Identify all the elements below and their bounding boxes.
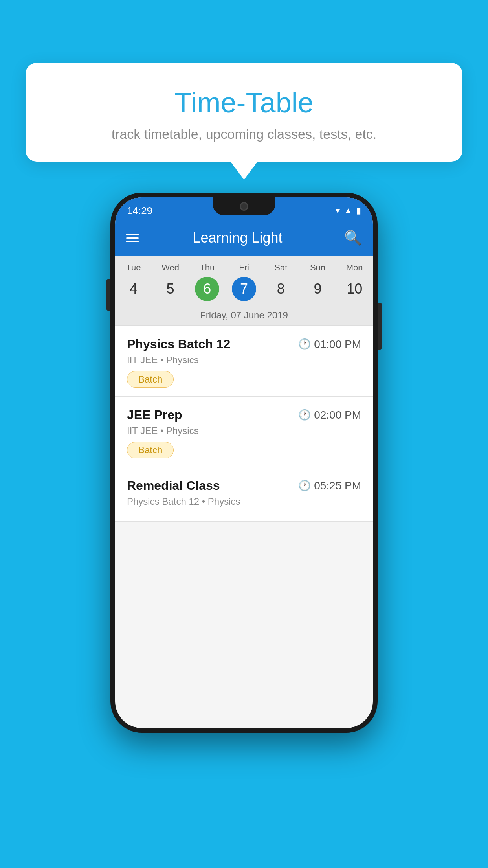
class-name: Physics Batch 12 [127,337,230,351]
battery-icon: ▮ [356,206,361,216]
day-name: Fri [239,263,249,273]
class-item[interactable]: JEE Prep 🕐 02:00 PM IIT JEE • Physics Ba… [115,397,373,467]
class-meta: Physics Batch 12 • Physics [127,496,361,507]
class-time: 🕐 05:25 PM [298,480,361,492]
calendar-day-col[interactable]: Sun9 [299,263,336,301]
day-number[interactable]: 7 [232,277,256,301]
calendar-day-col[interactable]: Fri7 [226,263,262,301]
class-item-header: Remedial Class 🕐 05:25 PM [127,478,361,493]
day-name: Thu [200,263,215,273]
day-number[interactable]: 6 [195,277,219,301]
clock-icon: 🕐 [298,480,311,492]
class-item-header: JEE Prep 🕐 02:00 PM [127,408,361,422]
calendar-day-col[interactable]: Mon10 [336,263,373,301]
calendar-day-col[interactable]: Wed5 [152,263,189,301]
status-time: 14:29 [127,205,152,217]
calendar-day-col[interactable]: Tue4 [115,263,152,301]
clock-icon: 🕐 [298,409,311,421]
class-name: JEE Prep [127,408,182,422]
class-meta: IIT JEE • Physics [127,355,361,366]
app-title: Learning Light [139,230,336,246]
class-time-label: 05:25 PM [314,480,361,492]
selected-date-label: Friday, 07 June 2019 [115,305,373,326]
day-number[interactable]: 10 [342,277,367,301]
batch-badge: Batch [127,371,174,388]
class-item-header: Physics Batch 12 🕐 01:00 PM [127,337,361,351]
day-name: Mon [346,263,363,273]
calendar-day-col[interactable]: Thu6 [189,263,226,301]
class-time-label: 01:00 PM [314,338,361,351]
class-item[interactable]: Physics Batch 12 🕐 01:00 PM IIT JEE • Ph… [115,326,373,397]
class-item[interactable]: Remedial Class 🕐 05:25 PM Physics Batch … [115,467,373,522]
day-number[interactable]: 4 [121,277,146,301]
day-name: Tue [126,263,141,273]
class-meta: IIT JEE • Physics [127,425,361,436]
hamburger-menu[interactable] [126,234,139,242]
phone-camera [240,202,248,211]
day-number[interactable]: 9 [305,277,330,301]
app-bar: Learning Light 🔍 [115,220,373,256]
wifi-icon: ▾ [336,206,340,216]
class-list: Physics Batch 12 🕐 01:00 PM IIT JEE • Ph… [115,326,373,522]
class-time: 🕐 01:00 PM [298,338,361,351]
clock-icon: 🕐 [298,338,311,350]
batch-badge: Batch [127,442,174,458]
day-name: Sat [274,263,287,273]
search-button[interactable]: 🔍 [344,230,362,246]
calendar-day-col[interactable]: Sat8 [262,263,299,301]
day-number[interactable]: 8 [269,277,293,301]
side-button-power [378,303,382,350]
class-name: Remedial Class [127,478,220,493]
phone-screen: 14:29 ▾ ▲ ▮ Learning Light 🔍 [115,197,373,728]
signal-icon: ▲ [344,206,352,216]
phone-mockup: 14:29 ▾ ▲ ▮ Learning Light 🔍 [110,193,378,733]
day-name: Wed [161,263,179,273]
tooltip-subtitle: track timetable, upcoming classes, tests… [45,127,443,142]
day-name: Sun [310,263,325,273]
tooltip-card: Time-Table track timetable, upcoming cla… [26,63,462,162]
status-icons: ▾ ▲ ▮ [336,206,361,216]
side-button-volume [106,279,110,311]
calendar-week-header: Tue4Wed5Thu6Fri7Sat8Sun9Mon10 [115,256,373,305]
phone-outer: 14:29 ▾ ▲ ▮ Learning Light 🔍 [110,193,378,733]
phone-notch [213,197,275,215]
class-time: 🕐 02:00 PM [298,409,361,421]
tooltip-title: Time-Table [45,86,443,119]
day-number[interactable]: 5 [158,277,183,301]
class-time-label: 02:00 PM [314,409,361,421]
